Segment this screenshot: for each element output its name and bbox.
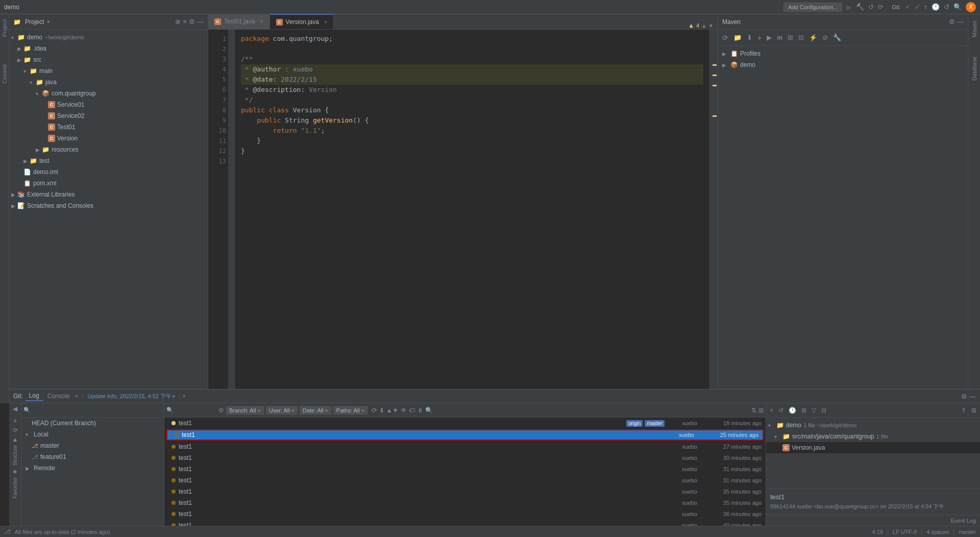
filter-user-btn[interactable]: User: All ÷ xyxy=(266,406,298,414)
branch-remote-group[interactable]: ▶ Remote xyxy=(21,462,164,474)
undo-btn[interactable]: ↺ xyxy=(944,3,949,11)
git-side-push-btn[interactable]: ▲ xyxy=(12,436,18,443)
status-indent[interactable]: 4 spaces xyxy=(926,529,949,535)
tree-item-java[interactable]: ▾ 📁 java xyxy=(9,77,208,88)
commit-row-30min[interactable]: test1 xuebo 30 minutes ago xyxy=(164,452,766,463)
status-line-col[interactable]: 4:19 xyxy=(872,529,883,535)
tab-log[interactable]: Log xyxy=(25,391,43,401)
rebuild-btn[interactable]: ↺ xyxy=(868,3,874,11)
maven-run-btn[interactable]: ▶ xyxy=(765,33,774,42)
add-branch-btn[interactable]: + xyxy=(13,417,17,425)
maven-wrench-btn[interactable]: 🔧 xyxy=(831,33,843,42)
sidebar-maven-tab[interactable]: Maven xyxy=(970,16,978,41)
commits-refresh-btn[interactable]: ⟳ xyxy=(372,406,377,414)
commit-row-25min[interactable]: test1 xuebo 25 minutes ago xyxy=(166,429,764,441)
tree-item-test[interactable]: ▶ 📁 test xyxy=(9,155,208,166)
sidebar-commit-tab[interactable]: Commit xyxy=(1,61,9,87)
tab-close-test01[interactable]: × xyxy=(260,19,263,25)
commit-row-head[interactable]: test1 origin master xuebo 18 minutes ago xyxy=(164,418,766,429)
run-btn[interactable]: ▶ xyxy=(846,3,852,11)
warning-chevron-down[interactable]: ▼ xyxy=(708,23,714,29)
commit-row-31min-2[interactable]: test1 xuebo 31 minutes ago xyxy=(164,475,766,486)
tree-item-version[interactable]: C Version xyxy=(9,133,208,144)
tree-item-main[interactable]: ▾ 📁 main xyxy=(9,65,208,77)
commit-row-35min-2[interactable]: test1 xuebo 35 minutes ago xyxy=(164,497,766,508)
maven-gear-btn[interactable]: ⚙ xyxy=(949,18,955,26)
close-panel-btn[interactable]: × xyxy=(183,394,186,399)
tab-close-version[interactable]: × xyxy=(324,19,327,25)
maven-download-btn[interactable]: ⬇ xyxy=(745,33,754,42)
git-side-fav-btn[interactable]: ★ xyxy=(12,468,18,475)
maven-skip-btn[interactable]: ⊘ xyxy=(820,33,830,42)
commits-find-btn[interactable]: 🔍 xyxy=(425,407,433,414)
tab-console[interactable]: Console xyxy=(43,392,74,401)
warning-indicator[interactable]: ▲ 4 ▲ ▼ xyxy=(684,22,718,29)
project-close-btn[interactable]: — xyxy=(197,18,204,26)
tab-version[interactable]: C Version.java × xyxy=(270,14,334,29)
commits-sort-btn[interactable]: ⇅ xyxy=(751,407,756,414)
maven-minimize-btn[interactable]: — xyxy=(957,18,964,26)
tree-item-quantgroup[interactable]: ▾ 📦 com.quantgroup xyxy=(9,88,208,99)
tree-item-demo-iml[interactable]: 📄 demo.iml xyxy=(9,166,208,178)
project-scope-btn[interactable]: ⊕ xyxy=(175,18,181,26)
project-collapse-btn[interactable]: ≡ xyxy=(183,18,187,26)
sidebar-project-tab[interactable]: Project xyxy=(1,16,9,40)
details-sort-up-btn[interactable]: ⇑ xyxy=(960,406,968,414)
branch-master[interactable]: ⎇ master xyxy=(21,440,164,451)
commits-pause-btn[interactable]: ⏸ xyxy=(417,407,423,414)
maven-sync-btn[interactable]: ⟳ xyxy=(720,33,730,43)
commits-fetch-btn[interactable]: ⬇ xyxy=(379,407,384,414)
details-compare-btn[interactable]: ⊟ xyxy=(820,406,828,414)
details-clock-btn[interactable]: 🕐 xyxy=(787,406,798,414)
commits-eye-btn[interactable]: 👁 xyxy=(401,407,407,414)
tree-item-scratches[interactable]: ▶ 📝 Scratches and Consoles xyxy=(9,200,208,211)
commit-row-40min[interactable]: test1 xuebo 40 minutes ago xyxy=(164,520,766,526)
commits-group-btn[interactable]: ⊞ xyxy=(758,407,764,414)
collapse-left-btn[interactable]: ◀ xyxy=(13,405,17,412)
commits-tag-btn[interactable]: 🏷 xyxy=(409,407,415,414)
tree-item-pom[interactable]: 📋 pom.xml xyxy=(9,178,208,189)
tree-item-service01[interactable]: C Service01 xyxy=(9,99,208,110)
filter-paths-btn[interactable]: Paths: All ÷ xyxy=(333,406,368,414)
branch-search-input[interactable] xyxy=(33,407,162,414)
project-settings-btn[interactable]: ⚙ xyxy=(189,18,195,26)
bottom-minimize-btn[interactable]: — xyxy=(969,393,976,400)
maven-profiles-item[interactable]: ▶ 📋 Profiles xyxy=(718,48,968,59)
branch-head[interactable]: HEAD (Current Branch) xyxy=(21,418,164,429)
warning-chevron-up[interactable]: ▲ xyxy=(701,23,706,29)
build-btn[interactable]: 🔨 xyxy=(856,3,864,11)
maven-auto-btn[interactable]: ⚡ xyxy=(807,33,819,42)
maven-add-btn[interactable]: + xyxy=(755,33,764,43)
maven-lifecycle-btn[interactable]: ⊞ xyxy=(786,33,795,42)
commit-search-input[interactable] xyxy=(176,407,216,414)
tree-item-service02[interactable]: C Service02 xyxy=(9,110,208,121)
code-content[interactable]: package com.quantgroup; /** * @author : … xyxy=(235,30,709,403)
detail-item-path[interactable]: ▾ 📁 src/main/java/com/quantgroup 1 file xyxy=(766,431,980,442)
details-filter-btn[interactable]: ▽ xyxy=(810,406,818,414)
details-columns-btn[interactable]: ⊞ xyxy=(800,406,808,414)
maven-demo-item[interactable]: ▶ 📦 demo xyxy=(718,59,968,70)
branch-local-group[interactable]: ▾ Local xyxy=(21,429,164,440)
search-global-btn[interactable]: 🔍 xyxy=(953,3,962,11)
project-dropdown[interactable]: ▾ xyxy=(47,19,50,25)
tree-item-external-libs[interactable]: ▶ 📚 External Libraries xyxy=(9,189,208,200)
commit-row-36min[interactable]: test1 xuebo 36 minutes ago xyxy=(164,508,766,520)
commits-push-btn[interactable]: ▲▼ xyxy=(386,407,399,414)
maven-refresh-btn[interactable]: ⟳ xyxy=(878,3,884,11)
maven-plugin-btn[interactable]: ⊟ xyxy=(796,33,806,42)
status-encoding[interactable]: LF UTF-8 xyxy=(893,529,917,535)
git-side-favorites-btn[interactable]: Favorites xyxy=(12,477,18,498)
add-config-btn[interactable]: Add Configuration... xyxy=(783,3,842,12)
commit-row-27min[interactable]: test1 xuebo 27 minutes ago xyxy=(164,441,766,452)
tree-item-src[interactable]: ▶ 📁 src xyxy=(9,54,208,65)
commit-settings-btn[interactable]: ⚙ xyxy=(218,407,224,414)
detail-item-version-java[interactable]: C Version.java xyxy=(766,442,980,453)
branch-feature01[interactable]: ⎇ feature01 xyxy=(21,451,164,462)
update-dropdown[interactable]: ▾ xyxy=(173,394,175,399)
details-undo-btn[interactable]: ↺ xyxy=(777,406,785,414)
maven-generate-btn[interactable]: 📁 xyxy=(731,33,744,42)
console-close-btn[interactable]: × xyxy=(75,394,78,399)
details-expand-btn[interactable]: ⊞ xyxy=(970,406,978,414)
tree-item-resources[interactable]: ▶ 📁 resources xyxy=(9,144,208,155)
tree-item-demo[interactable]: ▾ 📁 demo ~/work/git/demo xyxy=(9,32,208,43)
